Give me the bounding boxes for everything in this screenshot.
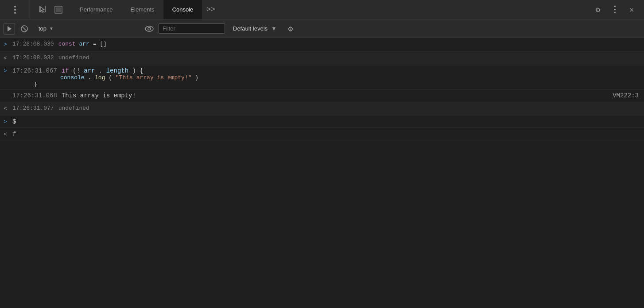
dropdown-arrow-icon: ▼: [49, 26, 54, 31]
toolbar-right: ⚙ ⋮ ✕: [586, 3, 644, 17]
input-arrow-3: >: [4, 67, 12, 74]
context-selector[interactable]: top ▼: [34, 23, 140, 34]
svg-point-6: [145, 26, 153, 31]
timestamp-4: 17:26:31.068: [12, 92, 57, 99]
pointer-icon[interactable]: [35, 3, 50, 17]
console-entry-1: > 17:26:08.030 const arr = []: [0, 38, 644, 52]
tab-elements[interactable]: Elements: [121, 0, 163, 19]
svg-point-7: [148, 27, 151, 30]
eye-icon[interactable]: [144, 23, 155, 35]
devtools-toolbar: Performance Elements Console >> ⚙ ⋮ ✕: [0, 0, 644, 19]
code-2: undefined: [58, 54, 639, 63]
more-options-icon[interactable]: ⋮: [608, 3, 622, 17]
svg-line-5: [22, 26, 27, 31]
clear-button[interactable]: [19, 23, 30, 35]
settings-icon[interactable]: ⚙: [591, 3, 605, 17]
console-entry-2: < 17:26:08.032 undefined: [0, 52, 644, 65]
svg-rect-2: [56, 8, 61, 12]
run-button[interactable]: [4, 23, 15, 35]
timestamp-1: 17:26:08.030: [12, 40, 54, 49]
tab-console[interactable]: Console: [163, 0, 202, 19]
result-arrow-5: <: [4, 104, 12, 114]
timestamp-2: 17:26:08.032: [12, 54, 54, 63]
result-arrow-7: <: [4, 131, 12, 138]
timestamp-3: 17:26:31.067: [12, 67, 57, 74]
tabs-area: Performance Elements Console >>: [71, 0, 586, 19]
result-arrow-2: <: [4, 54, 12, 63]
log-text-4: This array is empty!: [62, 92, 613, 99]
code-5: undefined: [58, 104, 639, 113]
timestamp-5: 17:26:31.077: [12, 104, 54, 113]
code-3-line2: console . log ( "This array is empty!" ): [25, 74, 639, 81]
close-icon[interactable]: ✕: [625, 3, 639, 17]
default-levels-button[interactable]: Default levels ▼: [229, 24, 281, 33]
console-entry-4: 17:26:31.068 This array is empty! VM222:…: [0, 90, 644, 102]
code-3-line1: if (! arr . length ) {: [62, 67, 639, 74]
code-1: const arr = []: [58, 40, 639, 49]
console-output[interactable]: > 17:26:08.030 const arr = [] < 17:26:08…: [0, 38, 644, 308]
svg-marker-3: [8, 26, 12, 31]
prompt-arrow-6: >: [4, 118, 12, 125]
left-strip: [0, 0, 30, 19]
console-entry-3: > 17:26:31.067 if (! arr . length ) { co…: [0, 65, 644, 90]
console-entry-7: < f: [0, 128, 644, 140]
console-entry-5: < 17:26:31.077 undefined: [0, 102, 644, 116]
code-7: f: [12, 131, 639, 138]
input-arrow-1: >: [4, 40, 12, 50]
tab-performance[interactable]: Performance: [71, 0, 121, 19]
log-indent: [4, 96, 12, 96]
code-6: $: [12, 118, 639, 125]
console-entry-6: > $: [0, 116, 644, 128]
tool-icons: [30, 3, 71, 17]
filter-input[interactable]: [159, 23, 225, 34]
console-settings-icon[interactable]: ⚙: [285, 23, 296, 35]
code-3-multiline: console . log ( "This array is empty!" )…: [4, 74, 639, 88]
code-3-line3: }: [25, 81, 639, 88]
more-tabs-button[interactable]: >>: [202, 6, 219, 14]
vm-link-4[interactable]: VM222:3: [613, 92, 639, 99]
layers-icon[interactable]: [51, 3, 66, 17]
console-toolbar: top ▼ Default levels ▼ ⚙: [0, 19, 644, 38]
three-dots-menu[interactable]: [14, 6, 16, 14]
